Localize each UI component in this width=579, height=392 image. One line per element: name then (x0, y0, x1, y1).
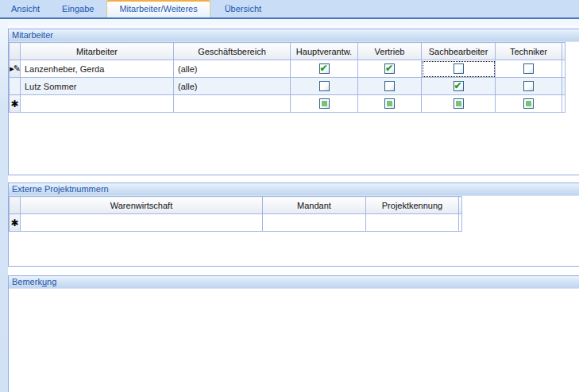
filler-cell (562, 95, 565, 113)
new-row: ✱ (10, 95, 565, 113)
hauptverantw-checkbox[interactable] (319, 81, 330, 91)
group-mitarbeiter-title: Mitarbeiter (9, 29, 579, 42)
group-mitarbeiter-body: Mitarbeiter Geschäftsbereich Hauptverant… (9, 42, 579, 175)
vertrieb-checkbox[interactable] (384, 98, 395, 109)
techniker-checkbox[interactable] (523, 63, 534, 74)
edit-pencil-icon: ▸✎ (10, 63, 20, 73)
cell-geschaeftsbereich[interactable]: (alle) (174, 78, 291, 95)
externe-grid-header-row: Warenwirtschaft Mandant Projektkennung (10, 197, 462, 214)
cell-vertrieb (358, 78, 422, 95)
mitarbeiter-grid: Mitarbeiter Geschäftsbereich Hauptverant… (9, 42, 565, 113)
group-mitarbeiter: Mitarbeiter Mitarbeiter Geschäftsbereich… (8, 29, 579, 175)
form-background-top (0, 19, 579, 29)
column-header-vertrieb[interactable]: Vertrieb (358, 43, 422, 60)
sachbearbeiter-checkbox[interactable] (454, 63, 464, 74)
cell-projektkennung-new[interactable] (366, 214, 459, 232)
tab-eingabe[interactable]: Eingabe (51, 0, 105, 17)
column-header-hauptverantw[interactable]: Hauptverantw. (291, 43, 358, 60)
hauptverantw-checkbox[interactable] (319, 63, 330, 74)
group-bemerkung: Bemerkung (8, 275, 579, 392)
column-header-mitarbeiter[interactable]: Mitarbeiter (21, 43, 174, 60)
table-row: ▸✎ Lanzenheber, Gerda (alle) (10, 60, 565, 78)
column-header-sachbearbeiter[interactable]: Sachbearbeiter (422, 43, 496, 60)
column-header-filler (562, 43, 565, 60)
cell-geschaeftsbereich[interactable]: (alle) (174, 60, 291, 78)
cell-mandant-new[interactable] (263, 214, 366, 232)
new-row: ✱ (10, 214, 462, 232)
group-externe-body: Warenwirtschaft Mandant Projektkennung ✱ (9, 196, 579, 266)
techniker-checkbox[interactable] (523, 98, 534, 109)
column-header-projektkennung[interactable]: Projektkennung (366, 197, 459, 214)
group-externe-title: Externe Projektnummern (9, 183, 579, 196)
cell-techniker-new (496, 95, 562, 113)
tab-uebersicht[interactable]: Übersicht (214, 0, 272, 17)
bemerkung-title-pre: Bemerk (12, 277, 42, 286)
cell-warenwirtschaft-new[interactable] (21, 214, 263, 232)
mitarbeiter-grid-header-row: Mitarbeiter Geschäftsbereich Hauptverant… (10, 43, 565, 60)
techniker-checkbox[interactable] (523, 81, 534, 91)
group-bemerkung-body (9, 289, 579, 392)
column-header-techniker[interactable]: Techniker (496, 43, 562, 60)
new-row-indicator-cell[interactable]: ✱ (10, 214, 21, 232)
cell-mitarbeiter-new[interactable] (21, 95, 174, 113)
tab-ansicht[interactable]: Ansicht (0, 0, 51, 17)
column-header-filler (459, 197, 462, 214)
row-selector-cell[interactable] (10, 78, 21, 95)
vertrieb-checkbox[interactable] (384, 63, 395, 74)
bemerkung-text-area[interactable] (9, 289, 579, 392)
filler-cell (459, 214, 462, 232)
table-row: Lutz Sommer (alle) (10, 78, 565, 95)
form-background-left (0, 19, 8, 392)
row-selector-header[interactable] (10, 197, 21, 214)
cell-sachbearbeiter-focused (422, 60, 496, 78)
cell-hauptverantw-new (291, 95, 358, 113)
cell-hauptverantw (291, 60, 358, 78)
vertrieb-checkbox[interactable] (384, 81, 395, 91)
bemerkung-title-post: ng (47, 277, 56, 286)
cell-sachbearbeiter (422, 78, 496, 95)
sachbearbeiter-checkbox[interactable] (454, 98, 464, 109)
hauptverantw-checkbox[interactable] (319, 98, 330, 109)
cell-mitarbeiter[interactable]: Lutz Sommer (21, 78, 174, 95)
row-edit-indicator-cell[interactable]: ▸✎ (10, 60, 21, 78)
tab-mitarbeiter-weiteres[interactable]: Mitarbeiter/Weiteres (106, 0, 210, 17)
cell-geschaeftsbereich-new[interactable] (174, 95, 291, 113)
cell-mitarbeiter[interactable]: Lanzenheber, Gerda (21, 60, 174, 78)
row-selector-header[interactable] (10, 43, 21, 60)
group-bemerkung-title: Bemerkung (9, 276, 579, 289)
group-externe-projektnummern: Externe Projektnummern Warenwirtschaft M… (8, 183, 579, 267)
new-row-asterisk-icon: ✱ (10, 98, 18, 110)
column-header-geschaeftsbereich[interactable]: Geschäftsbereich (174, 43, 291, 60)
column-header-warenwirtschaft[interactable]: Warenwirtschaft (21, 197, 263, 214)
app-window: { "tabs": { "items": [ { "label": "Ansic… (0, 0, 579, 392)
new-row-asterisk-icon: ✱ (10, 217, 18, 229)
column-header-mandant[interactable]: Mandant (263, 197, 366, 214)
cell-techniker (496, 60, 562, 78)
tab-bar: Ansicht Eingabe Mitarbeiter/Weiteres Übe… (0, 0, 579, 19)
cell-hauptverantw (291, 78, 358, 95)
cell-techniker (496, 78, 562, 95)
filler-cell (562, 60, 565, 78)
sachbearbeiter-checkbox[interactable] (454, 81, 464, 91)
cell-vertrieb-new (358, 95, 422, 113)
new-row-indicator-cell[interactable]: ✱ (10, 95, 21, 113)
filler-cell (562, 78, 565, 95)
cell-sachbearbeiter-new (422, 95, 496, 113)
cell-vertrieb (358, 60, 422, 78)
externe-grid: Warenwirtschaft Mandant Projektkennung ✱ (9, 196, 462, 232)
